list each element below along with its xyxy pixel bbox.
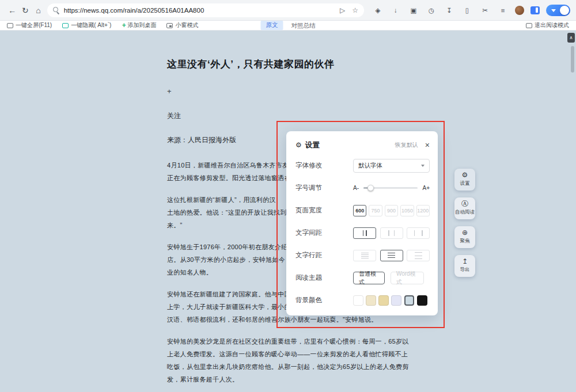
address-bar[interactable]: https://news.qq.com/rain/a/20250516A01AA…	[47, 3, 364, 17]
small-window-button[interactable]: 小窗模式	[166, 21, 198, 29]
line-height-row-label: 文字行距	[295, 251, 322, 260]
letter-spacing-row: 文字间距	[295, 222, 430, 244]
bg-swatch-cream[interactable]	[366, 295, 376, 306]
avatar[interactable]	[515, 6, 524, 15]
small-window-label: 小窗模式	[175, 21, 198, 29]
hide-button[interactable]: 一键隐藏( Alt+`)	[62, 21, 111, 29]
menu-icon[interactable]: ≡	[497, 3, 509, 17]
gear-icon: ⚙	[462, 172, 468, 179]
side-auto-read-button[interactable]: Ⓐ 自动阅读	[454, 197, 475, 219]
letter-spacing-medium-button[interactable]	[380, 227, 403, 239]
reading-tabs: 原文 对照总结	[261, 21, 316, 31]
bg-swatch-lavender[interactable]	[391, 295, 401, 306]
letter-spacing-tight-icon	[363, 228, 367, 238]
scroll-up-button[interactable]: ∧	[567, 33, 575, 43]
restore-default-button[interactable]: 恢复默认	[395, 141, 418, 149]
line-height-loose-button[interactable]	[407, 250, 430, 261]
article-line: 安钟旭的美发沙龙是所在社区交往的重要纽带，店里有个暖心惯例：每周一，65岁以	[167, 335, 411, 348]
reading-content: 这里没有‘外人’，只有共建家园的伙伴 + 关注 来源：人民日报海外版 4月10日…	[0, 31, 576, 392]
reading-toolbar: 一键全屏(F11) 一键隐藏( Alt+`) + 添加到桌面 小窗模式 原文 对…	[0, 21, 576, 31]
browser-window: ← ↻ ⌂ https://news.qq.com/rain/a/2025051…	[0, 0, 576, 392]
article-title: 这里没有‘外人’，只有共建家园的伙伴	[167, 58, 411, 71]
paragraph: 安钟旭的美发沙龙是所在社区交往的重要纽带，店里有个暖心惯例：每周一，65岁以 上…	[167, 335, 411, 386]
side-settings-label: 设置	[460, 180, 470, 187]
settings-panel: ⚙ 设置 恢复默认 × 字体修改 默认字体 字号调节 A-	[286, 131, 438, 315]
exit-reading-icon	[526, 23, 532, 28]
refresh-icon[interactable]: ↻	[19, 3, 32, 17]
side-focus-button[interactable]: ⊕ 聚焦	[454, 226, 475, 248]
sidebar-toggle-icon[interactable]	[530, 6, 540, 14]
font-select[interactable]: 默认字体	[353, 159, 430, 173]
line-height-row: 文字行距	[295, 244, 430, 267]
theme-row-label: 阅读主题	[295, 273, 322, 282]
tab-compare-summary[interactable]: 对照总结	[291, 21, 316, 29]
hide-icon	[62, 23, 69, 28]
download-icon[interactable]: ↓	[390, 3, 401, 17]
page-width-row-label: 页面宽度	[295, 206, 322, 215]
article-line: 吃饭，从包里拿出来几块奶疙瘩给他。从那一刻起，他决定为65岁以上的老人免费剪	[167, 360, 411, 373]
scrollbar-thumb[interactable]	[571, 46, 574, 73]
letter-spacing-wide-icon	[414, 228, 423, 238]
apps-icon[interactable]: ▣	[408, 3, 419, 17]
article-line: 发，累计服务超千人次。	[167, 373, 411, 386]
focus-icon: ⊕	[462, 229, 468, 237]
page-width-1050-button[interactable]: 1050	[400, 205, 414, 216]
article-line: 上老人免费理发。这源自一位顾客的暖心举动——一位来剪发的老人看他忙得顾不上	[167, 348, 411, 360]
mobile-icon[interactable]: ▯	[461, 3, 473, 17]
line-height-medium-icon	[388, 253, 395, 258]
letter-spacing-tight-button[interactable]	[353, 227, 376, 239]
search-icon	[53, 7, 59, 13]
side-settings-button[interactable]: ⚙ 设置	[454, 169, 475, 191]
page-width-750-button[interactable]: 750	[369, 205, 382, 216]
chrome-right-icons: ◈ ↓ ▣ ◷ ↧ ▯ ✂ ≡	[372, 3, 570, 17]
star-icon[interactable]: ☆	[352, 6, 358, 14]
theme-normal-button[interactable]: 普通模式	[353, 272, 385, 284]
add-desktop-button[interactable]: + 添加到桌面	[122, 21, 156, 29]
fullscreen-label: 一键全屏(F11)	[16, 21, 52, 29]
follow-button[interactable]: 关注	[167, 111, 411, 121]
side-focus-label: 聚焦	[460, 238, 470, 245]
line-height-loose-icon	[415, 252, 422, 259]
bg-color-row: 背景颜色	[295, 289, 430, 311]
extension-icon[interactable]: ◈	[372, 3, 384, 17]
hide-label: 一键隐藏( Alt+`)	[71, 21, 111, 29]
font-smaller-button[interactable]: A-	[353, 185, 359, 191]
url-text[interactable]: https://news.qq.com/rain/a/20250516A01AA…	[64, 7, 333, 14]
exit-reading-button[interactable]: 退出阅读模式	[526, 21, 569, 29]
letter-spacing-medium-icon	[388, 228, 395, 238]
bg-swatch-tan[interactable]	[378, 295, 389, 306]
back-icon[interactable]: ←	[6, 3, 19, 17]
page-width-900-button[interactable]: 900	[385, 205, 398, 216]
side-toolbar: ⚙ 设置 Ⓐ 自动阅读 ⊕ 聚焦 ↥ 导出	[454, 169, 475, 277]
side-export-button[interactable]: ↥ 导出	[454, 255, 475, 277]
export-icon: ↥	[462, 258, 468, 265]
line-height-tight-button[interactable]	[353, 250, 376, 261]
send-icon[interactable]: ▷	[340, 6, 345, 14]
download-tray-icon[interactable]: ↧	[444, 3, 455, 17]
fullscreen-button[interactable]: 一键全屏(F11)	[7, 21, 52, 29]
slider-thumb[interactable]	[367, 185, 374, 191]
bg-swatch-white[interactable]	[353, 295, 363, 306]
add-desktop-label: 添加到桌面	[127, 21, 156, 29]
page-width-600-button[interactable]: 600	[353, 205, 366, 216]
home-icon[interactable]: ⌂	[32, 3, 45, 17]
follow-plus-icon[interactable]: +	[167, 87, 411, 96]
letter-spacing-wide-button[interactable]	[407, 227, 430, 239]
theme-word-button[interactable]: Word模式	[391, 272, 424, 284]
font-size-slider[interactable]	[363, 187, 418, 189]
letter-spacing-row-label: 文字间距	[295, 229, 322, 237]
tab-original[interactable]: 原文	[261, 21, 283, 31]
font-larger-button[interactable]: A+	[422, 185, 430, 191]
browser-toggle-switch[interactable]	[546, 5, 570, 16]
scissors-icon[interactable]: ✂	[479, 3, 491, 17]
bg-swatch-blue[interactable]	[404, 295, 415, 306]
close-icon[interactable]: ×	[425, 141, 430, 149]
page-width-1200-button[interactable]: 1200	[416, 205, 430, 216]
bg-swatch-black[interactable]	[417, 295, 427, 306]
history-icon[interactable]: ◷	[426, 3, 437, 17]
auto-read-icon: Ⓐ	[461, 200, 468, 208]
line-height-medium-button[interactable]	[380, 250, 403, 261]
chevron-down-icon	[421, 165, 425, 167]
side-auto-read-label: 自动阅读	[455, 209, 475, 216]
side-export-label: 导出	[460, 267, 470, 273]
